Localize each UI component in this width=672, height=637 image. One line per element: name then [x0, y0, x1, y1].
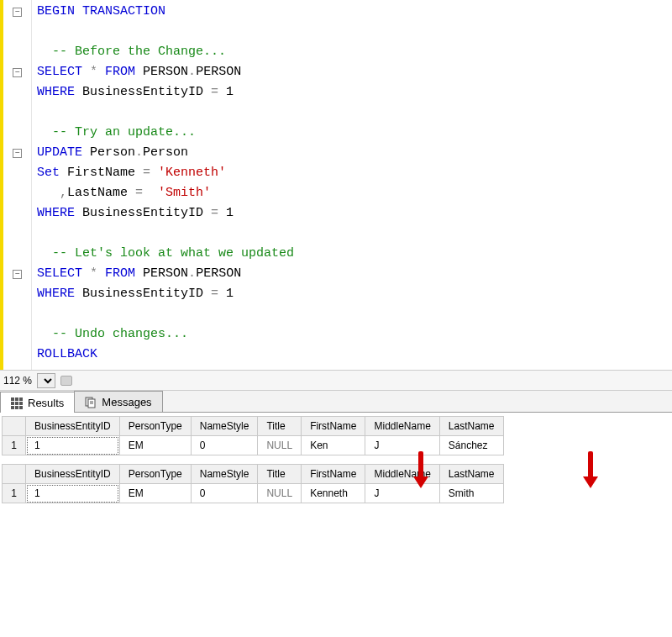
code-line[interactable] [37, 22, 672, 42]
cell[interactable]: NULL [258, 484, 302, 503]
fold-toggle[interactable]: − [13, 270, 22, 279]
code-line[interactable]: UPDATE Person.Person [37, 143, 672, 163]
results-tabs: Results Messages [0, 391, 672, 413]
annotation-arrow [583, 451, 598, 488]
tab-results-label: Results [28, 397, 64, 409]
column-header[interactable]: MiddleName [365, 465, 439, 484]
code-line[interactable]: WHERE BusinessEntityID = 1 [37, 82, 672, 103]
code-line[interactable]: SELECT * FROM PERSON.PERSON [37, 264, 672, 284]
cell[interactable]: Kenneth [302, 484, 365, 503]
fold-toggle[interactable]: − [13, 149, 22, 158]
code-line[interactable] [37, 103, 672, 123]
result-grid[interactable]: BusinessEntityIDPersonTypeNameStyleTitle… [2, 464, 504, 503]
code-line[interactable]: WHERE BusinessEntityID = 1 [37, 203, 672, 224]
zoom-bar: 112 % [0, 371, 672, 391]
column-header[interactable]: LastName [439, 417, 503, 436]
zoom-value: 112 % [3, 375, 32, 387]
tab-messages-label: Messages [102, 396, 151, 408]
code-line[interactable]: ROLLBACK [37, 345, 672, 365]
code-line[interactable]: BEGIN TRANSACTION [37, 2, 672, 22]
column-header[interactable]: Title [258, 465, 302, 484]
column-header[interactable]: FirstName [302, 417, 365, 436]
cell[interactable]: 0 [191, 484, 258, 503]
messages-icon [85, 397, 97, 408]
cell[interactable]: Smith [439, 484, 503, 503]
table-row[interactable]: 11EM0NULLKennethJSmith [3, 484, 504, 503]
column-header[interactable]: FirstName [302, 465, 365, 484]
column-header[interactable]: BusinessEntityID [26, 417, 120, 436]
cell[interactable]: J [365, 484, 439, 503]
table-row[interactable]: 11EM0NULLKenJSánchez [3, 436, 504, 455]
column-header[interactable]: PersonType [119, 417, 191, 436]
cell[interactable]: EM [119, 436, 191, 455]
column-header[interactable]: NameStyle [191, 465, 258, 484]
sql-editor[interactable]: −−−− BEGIN TRANSACTION -- Before the Cha… [0, 0, 672, 371]
code-line[interactable]: -- Undo changes... [37, 324, 672, 345]
cell[interactable]: 1 [26, 484, 120, 503]
horizontal-scroll-thumb[interactable] [60, 376, 72, 386]
cell[interactable]: Sánchez [439, 436, 503, 455]
tab-messages[interactable]: Messages [74, 391, 162, 412]
fold-toggle[interactable]: − [13, 8, 22, 17]
column-header[interactable]: LastName [439, 465, 503, 484]
zoom-dropdown[interactable] [37, 373, 55, 388]
cell[interactable]: 0 [191, 436, 258, 455]
code-line[interactable]: -- Try an update... [37, 123, 672, 143]
cell[interactable]: J [365, 436, 439, 455]
results-pane: BusinessEntityIDPersonTypeNameStyleTitle… [0, 413, 672, 519]
code-line[interactable] [37, 224, 672, 244]
cell[interactable]: EM [119, 484, 191, 503]
code-line[interactable]: WHERE BusinessEntityID = 1 [37, 284, 672, 304]
code-line[interactable]: -- Let's look at what we updated [37, 244, 672, 264]
code-area[interactable]: BEGIN TRANSACTION -- Before the Change..… [32, 0, 672, 370]
column-header[interactable]: Title [258, 417, 302, 436]
grid-icon [11, 397, 23, 409]
cell[interactable]: 1 [26, 436, 120, 455]
tab-results[interactable]: Results [0, 392, 75, 413]
fold-toggle[interactable]: − [13, 68, 22, 77]
column-header[interactable]: NameStyle [191, 417, 258, 436]
gutter: −−−− [0, 0, 32, 370]
column-header[interactable]: MiddleName [365, 417, 439, 436]
column-header[interactable]: BusinessEntityID [26, 465, 120, 484]
code-line[interactable]: SELECT * FROM PERSON.PERSON [37, 62, 672, 82]
cell[interactable]: Ken [302, 436, 365, 455]
code-line[interactable]: ,LastName = 'Smith' [37, 183, 672, 203]
cell[interactable]: NULL [258, 436, 302, 455]
code-line[interactable]: -- Before the Change... [37, 42, 672, 62]
code-line[interactable]: Set FirstName = 'Kenneth' [37, 163, 672, 183]
column-header[interactable]: PersonType [119, 465, 191, 484]
code-line[interactable] [37, 304, 672, 324]
result-grid[interactable]: BusinessEntityIDPersonTypeNameStyleTitle… [2, 416, 504, 455]
